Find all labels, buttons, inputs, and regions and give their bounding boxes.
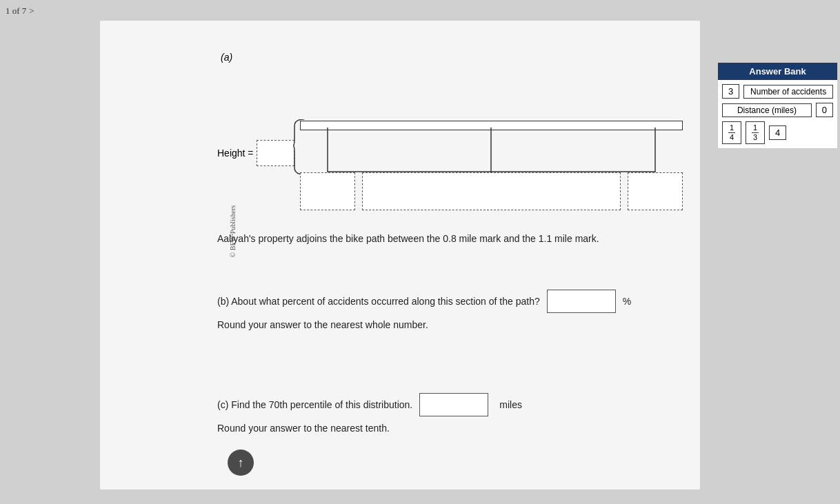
nav-chevron-icon[interactable]: > [29, 6, 34, 17]
answer-chip-4[interactable]: 4 [769, 125, 786, 140]
diagram-area: Height = [217, 65, 700, 217]
upload-icon: ↑ [238, 456, 244, 470]
part-a-description: Aaliyah's property adjoins the bike path… [217, 231, 686, 246]
answer-bank-header: Answer Bank [718, 63, 837, 80]
part-b-question: (b) About what percent of accidents occu… [217, 290, 700, 313]
upload-button[interactable]: ↑ [228, 450, 254, 476]
answer-chip-distance-miles[interactable]: Distance (miles) [722, 103, 812, 117]
height-text: Height = [217, 148, 254, 159]
answer-chip-one-fourth[interactable]: 14 [722, 121, 741, 144]
page-nav: 1 of 7 > [6, 6, 34, 17]
height-input-box[interactable] [257, 140, 294, 166]
main-content: 1 of 7 > © BFW Publishers Answer Bank 3 … [0, 0, 840, 504]
part-b-sub: Round your answer to the nearest whole n… [217, 317, 700, 332]
top-bar [300, 121, 683, 130]
bottom-boxes [300, 172, 683, 210]
answer-row-2: Distance (miles) 0 [722, 103, 833, 117]
part-b-answer-input[interactable] [547, 290, 616, 313]
answer-bank: Answer Bank 3 Number of accidents Distan… [717, 62, 838, 149]
part-c-area: (c) Find the 70th percentile of this dis… [217, 393, 700, 436]
part-c-answer-input[interactable] [419, 393, 488, 416]
answer-chip-0[interactable]: 0 [816, 103, 833, 117]
connector-svg [300, 128, 683, 176]
answer-chip-number-of-accidents[interactable]: Number of accidents [743, 85, 833, 99]
bottom-box-right[interactable] [628, 172, 683, 210]
part-c-question: (c) Find the 70th percentile of this dis… [217, 393, 700, 416]
answer-row-3: 14 13 4 [722, 121, 833, 144]
answer-row-1: 3 Number of accidents [722, 84, 833, 99]
question-card: © BFW Publishers Answer Bank 3 Number of… [100, 21, 700, 490]
bottom-box-left[interactable] [300, 172, 355, 210]
part-b-area: (b) About what percent of accidents occu… [217, 290, 700, 332]
answer-chip-3[interactable]: 3 [722, 84, 739, 99]
brace-svg [292, 119, 307, 174]
height-label-group: Height = [217, 140, 294, 166]
part-c-sub: Round your answer to the nearest tenth. [217, 421, 700, 436]
bottom-box-center[interactable] [362, 172, 621, 210]
part-c-label: (c) Find the 70th percentile of this dis… [217, 397, 412, 412]
part-a-label: (a) [221, 52, 232, 63]
answer-chip-one-third[interactable]: 13 [746, 121, 765, 144]
part-b-label: (b) About what percent of accidents occu… [217, 294, 540, 309]
page-indicator: 1 of 7 [6, 6, 26, 17]
percent-sign: % [623, 294, 631, 309]
miles-label: miles [499, 397, 522, 412]
answer-bank-body: 3 Number of accidents Distance (miles) 0… [718, 80, 837, 148]
